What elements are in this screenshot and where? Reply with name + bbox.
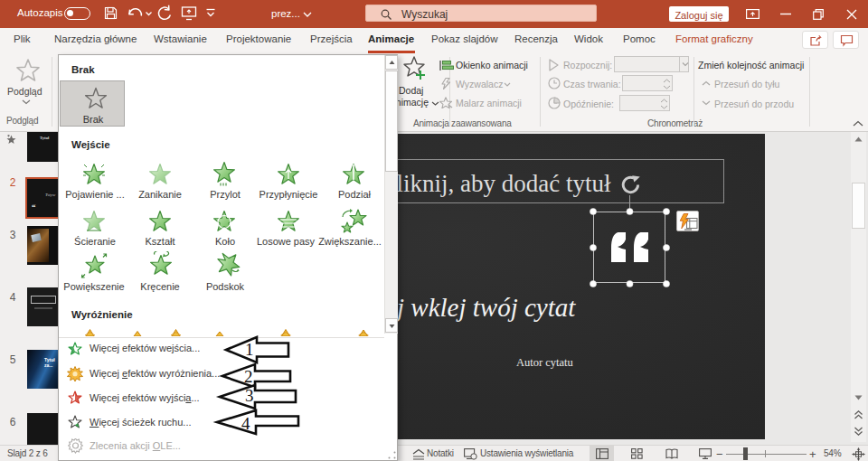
- svg-text:4: 4: [241, 414, 250, 433]
- svg-text:1: 1: [245, 340, 254, 359]
- svg-text:2: 2: [244, 367, 253, 386]
- svg-text:3: 3: [245, 386, 254, 405]
